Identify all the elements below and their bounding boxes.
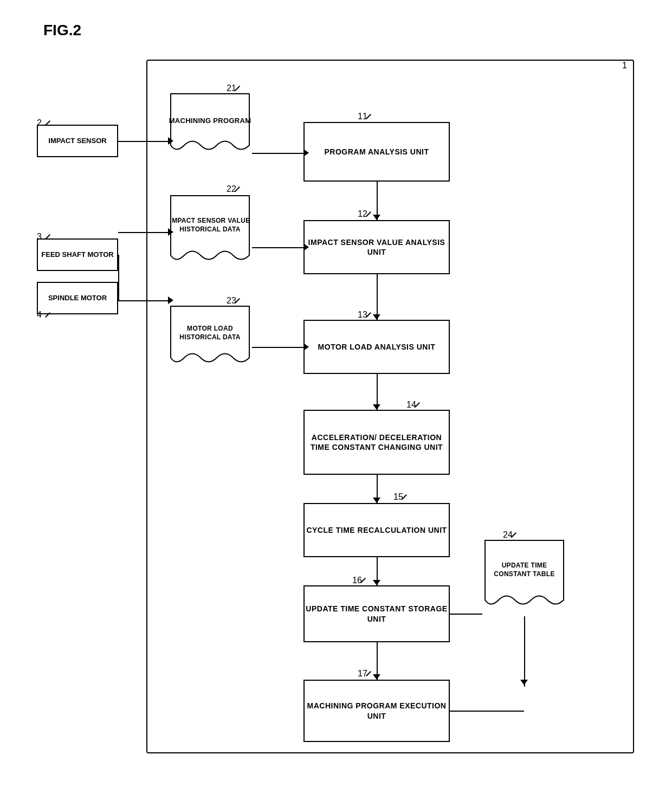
arrowhead-15-16	[373, 580, 380, 585]
update-time-table-label: UPDATE TIME CONSTANT TABLE	[482, 562, 566, 592]
arrow-motors-v	[118, 255, 119, 301]
update-time-table-doc: UPDATE TIME CONSTANT TABLE	[482, 538, 566, 616]
spindle-label: SPINDLE MOTOR	[48, 294, 107, 303]
update-storage-label: UPDATE TIME CONSTANT STORAGE UNIT	[305, 604, 449, 623]
machining-execution-box: MACHINING PROGRAM EXECUTION UNIT	[303, 680, 450, 742]
ref-15: 15	[393, 492, 403, 502]
arrowhead-12-13	[373, 314, 380, 320]
arrow-12-to-13	[377, 274, 378, 320]
arrow-machprog-to-prog	[252, 153, 303, 154]
impact-sensor-box: IMPACT SENSOR	[37, 125, 118, 157]
arrowhead-motordata	[303, 343, 309, 351]
impact-sensor-data-label: IMPACT SENSOR VALUE HISTORICAL DATA	[168, 217, 252, 247]
impact-analysis-box: IMPACT SENSOR VALUE ANALYSIS UNIT	[303, 220, 450, 274]
arrow-sensor-to-doc	[118, 232, 168, 233]
motor-load-analysis-box: MOTOR LOAD ANALYSIS UNIT	[303, 320, 450, 374]
arrowhead-14-15	[373, 498, 380, 503]
arrow-sensordata-to-analysis	[252, 247, 303, 248]
motor-load-data-label: MOTOR LOAD HISTORICAL DATA	[168, 325, 252, 352]
cycle-time-label: CYCLE TIME RECALCULATION UNIT	[306, 525, 447, 535]
arrowhead-motors	[168, 296, 173, 304]
feed-shaft-label: FEED SHAFT MOTOR	[41, 250, 113, 260]
motor-load-data-doc: MOTOR LOAD HISTORICAL DATA	[168, 304, 252, 374]
update-storage-box: UPDATE TIME CONSTANT STORAGE UNIT	[303, 585, 450, 642]
arrow-motordata-to-analysis	[252, 347, 303, 348]
arrowhead-sensor-data	[168, 137, 173, 145]
ref-17: 17	[358, 669, 367, 679]
figure-label: FIG.2	[43, 22, 81, 39]
arrow-sensor-to-data	[118, 141, 168, 142]
arrowhead-machprog	[303, 149, 309, 157]
ref-13: 13	[358, 310, 367, 320]
ref-2: 2	[37, 118, 42, 128]
ref-14: 14	[406, 400, 416, 410]
ref-12: 12	[358, 209, 367, 219]
ref-16: 16	[352, 576, 362, 585]
program-analysis-box: PROGRAM ANALYSIS UNIT	[303, 122, 450, 182]
motor-load-label: MOTOR LOAD ANALYSIS UNIT	[318, 342, 436, 352]
machining-program-doc: MACHINING PROGRAM	[168, 91, 252, 162]
machining-execution-label: MACHINING PROGRAM EXECUTION UNIT	[305, 701, 449, 720]
arrow-16-to-table	[450, 614, 482, 615]
arrow-table-to-exec	[524, 616, 525, 687]
impact-sensor-label: IMPACT SENSOR	[48, 137, 106, 146]
arrowhead-11-12	[373, 215, 380, 220]
arrowhead-sensordata	[303, 243, 309, 251]
arrowhead-16-17	[373, 674, 380, 680]
arrow-motors-h	[118, 300, 168, 301]
impact-analysis-label: IMPACT SENSOR VALUE ANALYSIS UNIT	[305, 237, 449, 257]
spindle-motor-box: SPINDLE MOTOR	[37, 282, 118, 314]
ref-3: 3	[37, 232, 42, 242]
program-analysis-label: PROGRAM ANALYSIS UNIT	[324, 147, 429, 157]
feed-shaft-motor-box: FEED SHAFT MOTOR	[37, 238, 118, 271]
accel-decel-label: ACCELERATION/ DECELERATION TIME CONSTANT…	[305, 433, 449, 452]
arrowhead-table-exec	[520, 680, 528, 685]
ref-11: 11	[358, 112, 367, 121]
ref-4: 4	[37, 310, 42, 320]
arrow-table-h-to-exec	[450, 711, 524, 712]
impact-sensor-data-doc: IMPACT SENSOR VALUE HISTORICAL DATA	[168, 193, 252, 272]
machining-program-label: MACHINING PROGRAM	[169, 117, 251, 137]
arrowhead-13-14	[373, 404, 380, 410]
accel-decel-box: ACCELERATION/ DECELERATION TIME CONSTANT…	[303, 410, 450, 475]
cycle-time-box: CYCLE TIME RECALCULATION UNIT	[303, 503, 450, 557]
